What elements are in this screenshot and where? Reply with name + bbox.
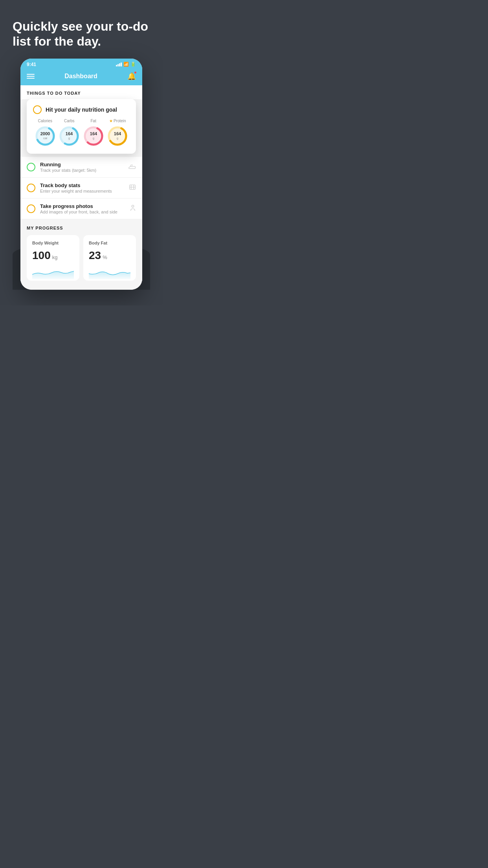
body-fat-title: Body Fat: [89, 241, 130, 245]
body-weight-value-row: 100 kg: [32, 249, 74, 262]
photos-subtitle: Add images of your front, back, and side: [40, 210, 125, 214]
nav-bar: Dashboard 🔔: [20, 69, 142, 85]
body-fat-card[interactable]: Body Fat 23 %: [83, 235, 136, 281]
hero-title: Quickly see your to-do list for the day.: [13, 19, 150, 49]
menu-button[interactable]: [27, 74, 35, 79]
photos-check[interactable]: [27, 204, 35, 213]
fat-ring: 164 g: [82, 125, 105, 147]
status-bar: 9:41 📶 🔋: [20, 59, 142, 69]
fat-label: Fat: [91, 119, 96, 123]
running-subtitle: Track your stats (target: 5km): [40, 168, 123, 173]
body-stats-content: Track body stats Enter your weight and m…: [40, 182, 124, 193]
carbs-label: Carbs: [64, 119, 75, 123]
svg-text:164: 164: [90, 131, 97, 136]
phone-container: 9:41 📶 🔋 Dashboard: [20, 59, 142, 290]
nutrition-protein[interactable]: ★ Protein 164 g: [106, 119, 129, 147]
svg-text:2000: 2000: [40, 131, 50, 136]
body-fat-unit: %: [103, 254, 107, 260]
carbs-ring: 164 g: [58, 125, 81, 147]
notification-button[interactable]: 🔔: [127, 72, 136, 81]
battery-icon: 🔋: [130, 62, 136, 67]
calories-label: Calories: [38, 119, 52, 123]
nutrition-circles: Calories 2000 cal: [33, 119, 130, 147]
person-icon: [130, 204, 136, 213]
progress-cards: Body Weight 100 kg: [27, 235, 136, 281]
photos-content: Take progress photos Add images of your …: [40, 203, 125, 214]
todo-list: Running Track your stats (target: 5km): [20, 157, 142, 219]
signal-icon: [116, 63, 122, 66]
phone-wrapper: 9:41 📶 🔋 Dashboard: [0, 59, 163, 305]
body-fat-wave: [89, 267, 130, 279]
svg-text:164: 164: [114, 131, 121, 136]
phone-frame: 9:41 📶 🔋 Dashboard: [20, 59, 142, 290]
nutrition-check-circle[interactable]: [33, 105, 42, 114]
body-weight-unit: kg: [52, 254, 58, 260]
hero-section: Quickly see your to-do list for the day.: [0, 0, 163, 59]
things-todo-header: THINGS TO DO TODAY: [20, 85, 142, 100]
wifi-icon: 📶: [123, 62, 129, 67]
todo-photos[interactable]: Take progress photos Add images of your …: [20, 199, 142, 219]
running-content: Running Track your stats (target: 5km): [40, 162, 123, 173]
star-icon: ★: [109, 119, 113, 123]
todo-running[interactable]: Running Track your stats (target: 5km): [20, 157, 142, 178]
progress-section: MY PROGRESS Body Weight 100 kg: [20, 219, 142, 281]
progress-header: MY PROGRESS: [27, 226, 136, 230]
svg-point-24: [132, 205, 134, 207]
svg-text:g: g: [68, 137, 70, 140]
nutrition-title: Hit your daily nutrition goal: [46, 107, 117, 113]
nutrition-fat[interactable]: Fat 164 g: [82, 119, 105, 147]
protein-ring: 164 g: [106, 125, 129, 147]
calories-ring: 2000 cal: [34, 125, 57, 147]
nutrition-calories[interactable]: Calories 2000 cal: [34, 119, 57, 147]
shoe-icon: [128, 163, 136, 171]
body-fat-value: 23: [89, 249, 101, 262]
body-weight-wave: [32, 267, 74, 279]
body-stats-check[interactable]: [27, 184, 35, 192]
running-check[interactable]: [27, 163, 35, 171]
body-stats-subtitle: Enter your weight and measurements: [40, 189, 124, 193]
body-fat-value-row: 23 %: [89, 249, 130, 262]
svg-text:g: g: [93, 137, 94, 140]
svg-text:g: g: [117, 137, 118, 140]
body-weight-value: 100: [32, 249, 51, 262]
protein-label: ★ Protein: [109, 119, 126, 123]
nutrition-card: Hit your daily nutrition goal Calories: [27, 99, 136, 154]
scale-icon: [129, 184, 136, 192]
notification-dot: [134, 71, 137, 74]
body-weight-card[interactable]: Body Weight 100 kg: [27, 235, 79, 281]
time-display: 9:41: [27, 62, 36, 67]
photos-title: Take progress photos: [40, 203, 125, 209]
body-stats-title: Track body stats: [40, 182, 124, 188]
nutrition-carbs[interactable]: Carbs 164 g: [58, 119, 81, 147]
status-icons: 📶 🔋: [116, 62, 136, 67]
app-content: THINGS TO DO TODAY Hit your daily nutrit…: [20, 85, 142, 290]
svg-text:164: 164: [66, 131, 73, 136]
body-weight-title: Body Weight: [32, 241, 74, 245]
nav-title: Dashboard: [64, 73, 97, 80]
svg-text:cal: cal: [43, 136, 47, 140]
nutrition-card-header: Hit your daily nutrition goal: [33, 105, 130, 114]
running-title: Running: [40, 162, 123, 167]
todo-body-stats[interactable]: Track body stats Enter your weight and m…: [20, 178, 142, 199]
